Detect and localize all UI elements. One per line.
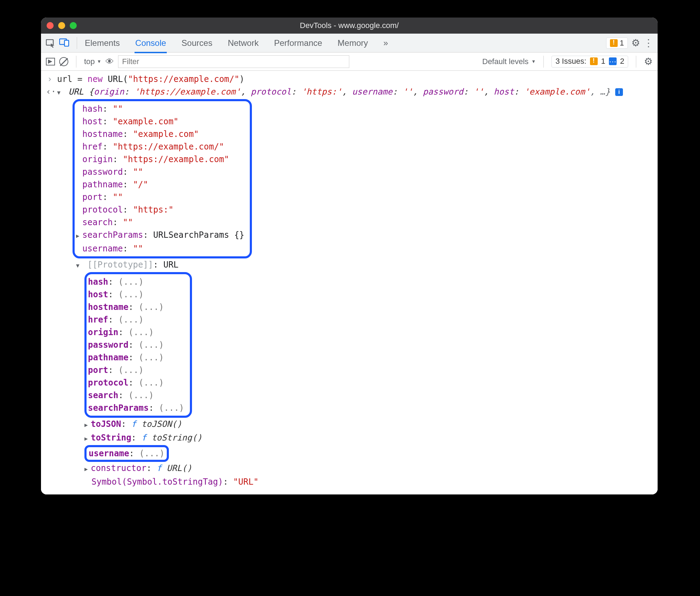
close-window-button[interactable]	[47, 22, 54, 29]
highlight-pill-username: username: (...)	[84, 445, 169, 462]
prop-row[interactable]: search: ""	[76, 216, 244, 229]
accessor-row[interactable]: search: (...)	[88, 389, 184, 402]
prop-row[interactable]: href: "https://example.com/"	[76, 140, 244, 153]
highlight-box-own-props: hash: ""host: "example.com"hostname: "ex…	[73, 99, 252, 258]
disclosure-triangle[interactable]	[84, 431, 91, 445]
prop-constructor[interactable]: constructor: f URL()	[46, 462, 653, 476]
separator	[543, 56, 544, 68]
accessor-row[interactable]: pathname: (...)	[88, 351, 184, 364]
warning-icon	[610, 39, 618, 47]
tab-elements[interactable]: Elements	[84, 35, 121, 51]
separator	[77, 37, 77, 49]
disclosure-triangle[interactable]	[84, 462, 91, 476]
console-result-row[interactable]: ‹· URL {origin: 'https://example.com', p…	[46, 85, 653, 99]
inspect-element-icon[interactable]	[46, 39, 56, 47]
accessor-row[interactable]: origin: (...)	[88, 326, 184, 339]
toggle-sidebar-icon[interactable]	[46, 58, 55, 65]
prop-row[interactable]: hostname: "example.com"	[76, 128, 244, 140]
accessor-row[interactable]: port: (...)	[88, 364, 184, 376]
accessor-row[interactable]: password: (...)	[88, 339, 184, 351]
separator	[76, 56, 76, 68]
object-properties: hash: ""host: "example.com"hostname: "ex…	[46, 99, 653, 258]
warning-icon	[590, 57, 598, 65]
disclosure-triangle[interactable]	[76, 258, 82, 272]
info-badge-icon[interactable]: i	[615, 88, 623, 96]
highlight-box-accessors: hash: (...)host: (...)hostname: (...)hre…	[84, 272, 192, 418]
tab-network[interactable]: Network	[227, 35, 259, 51]
chevron-down-icon: ▼	[97, 59, 102, 64]
prop-row[interactable]: origin: "https://example.com"	[76, 153, 244, 166]
disclosure-triangle[interactable]	[76, 229, 82, 242]
prop-proto-username[interactable]: username: (...)	[46, 445, 653, 462]
prop-toJSON[interactable]: toJSON: f toJSON()	[46, 418, 653, 431]
devtools-window: DevTools - www.google.com/ Elements Cons…	[41, 18, 658, 494]
prop-row[interactable]: protocol: "https:"	[76, 203, 244, 216]
prop-row[interactable]: port: ""	[76, 191, 244, 203]
prop-searchParams[interactable]: searchParams: URLSearchParams {}	[76, 229, 244, 242]
issues-label: 3 Issues:	[555, 57, 586, 66]
prop-row[interactable]: password: ""	[76, 166, 244, 178]
tab-console[interactable]: Console	[135, 35, 167, 51]
tab-memory[interactable]: Memory	[337, 35, 369, 51]
info-icon	[609, 57, 617, 65]
accessor-row[interactable]: protocol: (...)	[88, 376, 184, 389]
accessor-row[interactable]: hostname: (...)	[88, 301, 184, 313]
minimize-window-button[interactable]	[58, 22, 65, 29]
result-icon: ‹·	[46, 85, 54, 98]
context-label: top	[84, 57, 95, 66]
separator	[636, 56, 636, 68]
disclosure-triangle[interactable]	[84, 418, 91, 431]
prop-toString[interactable]: toString: f toString()	[46, 431, 653, 445]
prototype-accessors: hash: (...)host: (...)hostname: (...)hre…	[46, 272, 653, 418]
clear-console-icon[interactable]	[59, 57, 68, 66]
input-expression: url = new URL("https://example.com/")	[54, 73, 245, 85]
accessor-row[interactable]: hash: (...)	[88, 276, 184, 288]
object-summary[interactable]: URL {origin: 'https://example.com', prot…	[68, 87, 615, 97]
window-title: DevTools - www.google.com/	[41, 21, 658, 30]
zoom-window-button[interactable]	[70, 22, 77, 29]
tab-performance[interactable]: Performance	[273, 35, 323, 51]
settings-icon[interactable]: ⚙	[631, 37, 640, 49]
disclosure-triangle[interactable]	[57, 85, 63, 99]
context-selector[interactable]: top ▼	[84, 57, 101, 66]
issues-info-count: 2	[620, 57, 624, 66]
console-settings-icon[interactable]: ⚙	[644, 56, 653, 67]
panel-tabs: Elements Console Sources Network Perform…	[84, 35, 389, 51]
prop-symbol[interactable]: Symbol(Symbol.toStringTag): "URL"	[46, 476, 653, 488]
prototype-row[interactable]: [[Prototype]]: URL	[46, 258, 653, 272]
prop-username[interactable]: username: ""	[76, 242, 244, 255]
chevron-down-icon: ▼	[531, 59, 536, 64]
errors-warnings-badge[interactable]: 1	[606, 37, 628, 49]
console-output[interactable]: › url = new URL("https://example.com/") …	[41, 71, 658, 494]
issues-button[interactable]: 3 Issues: 1 2	[551, 56, 628, 68]
prop-row[interactable]: pathname: "/"	[76, 178, 244, 191]
accessor-row[interactable]: searchParams: (...)	[88, 402, 184, 414]
log-levels-selector[interactable]: Default levels ▼	[482, 57, 536, 66]
accessor-row[interactable]: host: (...)	[88, 288, 184, 301]
tab-sources[interactable]: Sources	[181, 35, 213, 51]
device-toolbar-icon[interactable]	[59, 38, 70, 48]
window-controls	[47, 22, 77, 29]
accessor-row[interactable]: href: (...)	[88, 313, 184, 326]
prop-row[interactable]: host: "example.com"	[76, 115, 244, 128]
console-toolbar: top ▼ 👁 Default levels ▼ 3 Issues: 1 2 ⚙	[41, 53, 658, 71]
console-input-row[interactable]: › url = new URL("https://example.com/")	[46, 73, 653, 85]
filter-input[interactable]	[118, 55, 349, 68]
more-menu-icon[interactable]: ⋮	[644, 37, 653, 49]
tab-more[interactable]: »	[383, 35, 389, 51]
warning-count: 1	[620, 39, 624, 48]
prop-row[interactable]: hash: ""	[76, 103, 244, 115]
main-toolbar: Elements Console Sources Network Perform…	[41, 34, 658, 53]
titlebar[interactable]: DevTools - www.google.com/	[41, 18, 658, 34]
prompt-icon: ›	[46, 73, 54, 85]
live-expression-icon[interactable]: 👁	[105, 57, 114, 67]
levels-label: Default levels	[482, 57, 529, 66]
svg-rect-2	[64, 40, 69, 46]
issues-warn-count: 1	[601, 57, 605, 66]
